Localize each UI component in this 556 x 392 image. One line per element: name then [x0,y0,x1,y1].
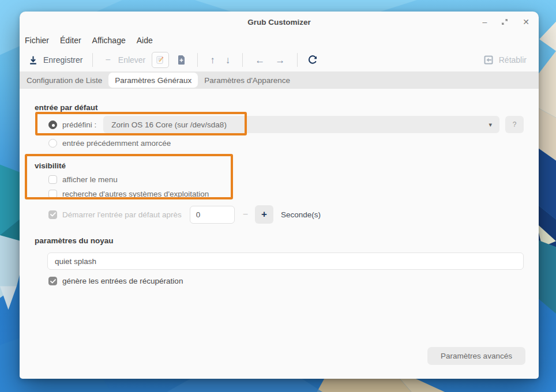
menubar: Fichier Éditer Affichage Aide [20,32,539,48]
menu-fichier[interactable]: Fichier [24,35,50,46]
save-icon [28,55,38,65]
edit-icon [156,55,165,65]
move-down-button[interactable]: ↓ [220,55,236,65]
general-settings-panel: entrée par défaut prédéfini : Zorin OS 1… [20,89,539,379]
tab-appearance-settings[interactable]: Paramètres d'Apparence [198,71,296,89]
search-os-row: recherche d'autres systèmes d'exploitati… [35,190,524,198]
refresh-icon [307,55,318,65]
restore-button[interactable] [501,18,509,26]
add-document-icon [177,55,186,65]
timeout-checkbox [48,210,57,219]
toolbar-separator [197,53,198,67]
kernel-params-row [35,252,524,270]
desktop: Grub Customizer – ✕ Fichier Éditer Affic [0,0,556,392]
menu-editer[interactable]: Éditer [59,35,82,46]
timeout-label: Démarrer l'entrée par défaut après [62,210,182,219]
visibility-heading: visibilité [35,161,524,171]
predefined-label: prédéfini : [62,120,96,129]
previous-entry-label: entrée précédemment amorcée [62,139,171,148]
toolbar-separator [297,53,298,67]
revert-label: Rétablir [499,55,527,65]
search-os-label: recherche d'autres systèmes d'exploitati… [62,190,209,198]
revert-icon [483,55,494,65]
menu-affichage[interactable]: Affichage [92,35,126,46]
predefined-entry-row: prédéfini : Zorin OS 16 Core (sur /dev/s… [35,116,524,133]
window-title: Grub Customizer [247,18,311,27]
help-button[interactable]: ? [505,116,524,133]
show-menu-checkbox[interactable] [48,175,57,184]
timeout-unit-label: Seconde(s) [281,210,321,219]
timeout-row: Démarrer l'entrée par défaut après − + S… [35,205,524,224]
predefined-radio[interactable] [48,120,57,129]
tab-list-configuration[interactable]: Configuration de Liste [20,71,108,89]
default-entry-value: Zorin OS 16 Core (sur /dev/sda8) [111,120,227,129]
spin-minus-button[interactable]: − [243,209,248,220]
tab-general-settings[interactable]: Paramètres Généraux [108,73,198,88]
toolbar-separator [92,53,93,67]
toolbar-separator [242,53,243,67]
refresh-button[interactable] [305,52,321,67]
previous-entry-row: entrée précédemment amorcée [35,139,524,148]
previous-entry-radio[interactable] [48,139,57,148]
grub-customizer-window: Grub Customizer – ✕ Fichier Éditer Affic [20,12,539,379]
search-os-checkbox[interactable] [48,190,57,198]
save-label: Enregistrer [43,55,82,65]
toolbar: Enregistrer − Enlever [20,48,539,71]
move-right-button[interactable]: → [270,55,290,65]
check-icon [50,279,56,284]
default-entry-heading: entrée par défaut [35,103,524,112]
show-menu-label: afficher le menu [62,175,118,184]
titlebar[interactable]: Grub Customizer – ✕ [20,12,539,32]
window-controls: – ✕ [482,12,529,32]
move-left-button[interactable]: ← [250,55,270,65]
show-menu-row: afficher le menu [35,175,524,184]
advanced-settings-button[interactable]: Paramètres avancés [427,347,525,365]
recovery-label: génère les entrées de récupération [62,277,183,285]
spin-plus-button[interactable]: + [255,205,273,224]
recovery-row: génère les entrées de récupération [35,277,524,285]
minimize-button[interactable]: – [482,18,487,26]
menu-aide[interactable]: Aide [136,35,153,46]
edit-entry-button[interactable] [152,52,169,68]
close-button[interactable]: ✕ [523,18,529,26]
add-entry-button[interactable] [177,55,186,65]
kernel-params-heading: paramètres du noyau [35,236,524,246]
kernel-params-input[interactable] [47,252,524,270]
save-button[interactable]: Enregistrer [25,53,85,67]
move-up-button[interactable]: ↑ [205,55,220,65]
remove-label: Enlever [118,55,145,65]
restore-icon [501,18,509,26]
recovery-checkbox[interactable] [48,277,57,285]
timeout-input[interactable] [190,206,235,224]
revert-button[interactable]: Rétablir [480,52,529,67]
default-entry-dropdown[interactable]: Zorin OS 16 Core (sur /dev/sda8) ▾ [103,116,499,133]
minus-icon: − [103,55,112,65]
tab-strip: Configuration de Liste Paramètres Généra… [20,71,539,89]
chevron-down-icon: ▾ [489,121,492,129]
check-icon [50,212,56,217]
remove-button[interactable]: − Enlever [100,52,148,67]
